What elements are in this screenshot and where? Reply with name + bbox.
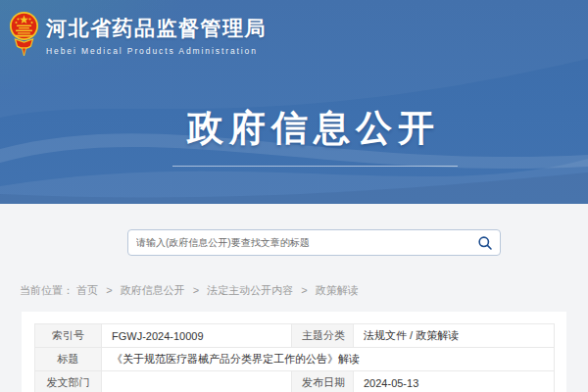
site-title: 河北省药品监督管理局 bbox=[46, 15, 267, 42]
title-label: 标题 bbox=[35, 348, 102, 371]
search-box bbox=[127, 229, 501, 256]
breadcrumb-item-home[interactable]: 首页 bbox=[76, 284, 98, 296]
index-number-value: FGWJ-2024-10009 bbox=[102, 324, 292, 348]
hero-banner: 河北省药品监督管理局 Hebei Medical Products Admini… bbox=[0, 0, 588, 204]
issuing-department-label: 发文部门 bbox=[35, 371, 102, 392]
page-title: 政府信息公开 bbox=[39, 104, 588, 153]
table-row: 索引号 FGWJ-2024-10009 主题分类 法规文件 / 政策解读 bbox=[35, 324, 555, 348]
table-row: 发文部门 发布日期 2024-05-13 bbox=[35, 371, 555, 392]
banner-divider bbox=[172, 166, 458, 167]
china-national-emblem-icon bbox=[9, 11, 39, 57]
site-subtitle: Hebei Medical Products Administration bbox=[46, 46, 267, 56]
government-info-page: 河北省药品监督管理局 Hebei Medical Products Admini… bbox=[0, 0, 588, 392]
breadcrumb-item-gov-info[interactable]: 政府信息公开 bbox=[121, 284, 185, 296]
search-button[interactable] bbox=[470, 230, 500, 255]
topic-category-value: 法规文件 / 政策解读 bbox=[354, 324, 555, 348]
index-number-label: 索引号 bbox=[35, 324, 102, 348]
issuing-department-value bbox=[102, 371, 292, 392]
breadcrumb-separator: > bbox=[193, 284, 199, 296]
search-icon bbox=[477, 235, 493, 251]
table-row: 标题 《关于规范医疗器械产品分类界定工作的公告》解读 bbox=[35, 348, 555, 371]
breadcrumb-separator: > bbox=[106, 284, 112, 296]
search-input[interactable] bbox=[128, 230, 470, 255]
publish-date-label: 发布日期 bbox=[292, 371, 354, 392]
breadcrumb: 当前位置： 首页 > 政府信息公开 > 法定主动公开内容 > 政策解读 bbox=[20, 283, 359, 298]
breadcrumb-item-policy-interpretation[interactable]: 政策解读 bbox=[316, 284, 359, 296]
breadcrumb-separator: > bbox=[301, 284, 307, 296]
document-title-value: 《关于规范医疗器械产品分类界定工作的公告》解读 bbox=[102, 348, 555, 371]
topic-category-label: 主题分类 bbox=[292, 324, 354, 348]
brand-text: 河北省药品监督管理局 Hebei Medical Products Admini… bbox=[46, 11, 267, 56]
breadcrumb-item-statutory-disclosure[interactable]: 法定主动公开内容 bbox=[207, 284, 293, 296]
publish-date-value: 2024-05-13 bbox=[354, 371, 555, 392]
document-card: 索引号 FGWJ-2024-10009 主题分类 法规文件 / 政策解读 标题 … bbox=[22, 312, 566, 392]
document-info-table: 索引号 FGWJ-2024-10009 主题分类 法规文件 / 政策解读 标题 … bbox=[34, 323, 555, 392]
site-brand[interactable]: 河北省药品监督管理局 Hebei Medical Products Admini… bbox=[9, 11, 267, 57]
breadcrumb-prefix: 当前位置： bbox=[20, 284, 74, 296]
